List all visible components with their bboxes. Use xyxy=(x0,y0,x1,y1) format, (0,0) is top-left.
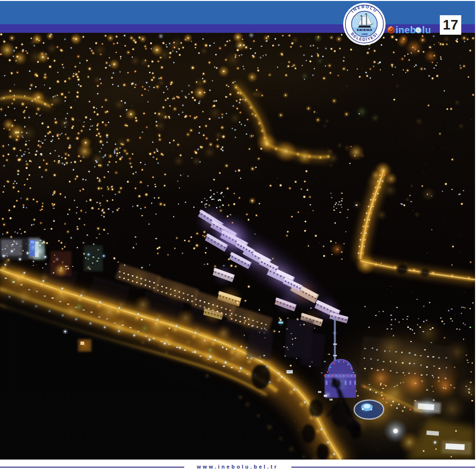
svg-text:inebolu: inebolu xyxy=(396,25,431,35)
svg-text:1868: 1868 xyxy=(361,33,368,36)
